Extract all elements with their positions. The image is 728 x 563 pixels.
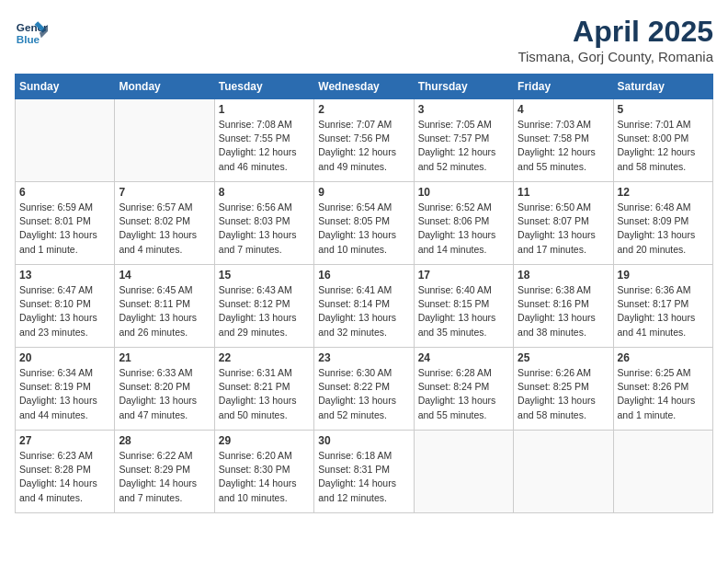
calendar-cell	[115, 99, 214, 182]
day-number: 12	[618, 186, 709, 199]
day-info: Sunrise: 6:25 AM Sunset: 8:26 PM Dayligh…	[618, 366, 709, 422]
day-number: 15	[219, 269, 310, 282]
calendar-cell: 11Sunrise: 6:50 AM Sunset: 8:07 PM Dayli…	[514, 182, 613, 265]
day-info: Sunrise: 6:28 AM Sunset: 8:24 PM Dayligh…	[418, 366, 509, 422]
weekday-header-row: SundayMondayTuesdayWednesdayThursdayFrid…	[16, 75, 713, 99]
calendar-cell: 25Sunrise: 6:26 AM Sunset: 8:25 PM Dayli…	[514, 348, 613, 431]
day-info: Sunrise: 6:20 AM Sunset: 8:30 PM Dayligh…	[219, 449, 310, 505]
weekday-header-saturday: Saturday	[613, 75, 712, 99]
day-info: Sunrise: 6:36 AM Sunset: 8:17 PM Dayligh…	[618, 283, 709, 339]
calendar-cell: 5Sunrise: 7:01 AM Sunset: 8:00 PM Daylig…	[613, 99, 712, 182]
logo-icon: General Blue	[15, 15, 48, 48]
calendar-cell: 13Sunrise: 6:47 AM Sunset: 8:10 PM Dayli…	[16, 265, 115, 348]
day-number: 14	[119, 269, 210, 282]
calendar-cell: 14Sunrise: 6:45 AM Sunset: 8:11 PM Dayli…	[115, 265, 214, 348]
calendar-cell: 27Sunrise: 6:23 AM Sunset: 8:28 PM Dayli…	[16, 431, 115, 513]
day-info: Sunrise: 6:59 AM Sunset: 8:01 PM Dayligh…	[19, 201, 110, 257]
day-number: 28	[119, 434, 210, 447]
day-number: 29	[219, 434, 310, 447]
day-number: 23	[318, 351, 409, 364]
day-number: 5	[618, 103, 709, 116]
calendar-cell: 16Sunrise: 6:41 AM Sunset: 8:14 PM Dayli…	[314, 265, 414, 348]
day-number: 26	[618, 351, 709, 364]
day-number: 9	[318, 186, 409, 199]
day-number: 2	[318, 103, 409, 116]
calendar-cell: 18Sunrise: 6:38 AM Sunset: 8:16 PM Dayli…	[514, 265, 613, 348]
day-info: Sunrise: 6:48 AM Sunset: 8:09 PM Dayligh…	[618, 201, 709, 257]
day-number: 11	[518, 186, 609, 199]
day-info: Sunrise: 6:50 AM Sunset: 8:07 PM Dayligh…	[518, 201, 609, 257]
day-number: 25	[518, 351, 609, 364]
day-info: Sunrise: 6:30 AM Sunset: 8:22 PM Dayligh…	[318, 366, 409, 422]
weekday-header-thursday: Thursday	[414, 75, 513, 99]
day-info: Sunrise: 7:03 AM Sunset: 7:58 PM Dayligh…	[518, 118, 609, 174]
calendar-cell: 28Sunrise: 6:22 AM Sunset: 8:29 PM Dayli…	[115, 431, 214, 513]
header: General Blue April 2025 Tismana, Gorj Co…	[15, 15, 713, 64]
day-info: Sunrise: 6:45 AM Sunset: 8:11 PM Dayligh…	[119, 283, 210, 339]
svg-text:Blue: Blue	[17, 33, 40, 45]
day-number: 18	[518, 269, 609, 282]
calendar-title: April 2025	[518, 15, 713, 49]
day-info: Sunrise: 6:54 AM Sunset: 8:05 PM Dayligh…	[318, 201, 409, 257]
calendar-cell: 3Sunrise: 7:05 AM Sunset: 7:57 PM Daylig…	[414, 99, 513, 182]
calendar-cell: 7Sunrise: 6:57 AM Sunset: 8:02 PM Daylig…	[115, 182, 214, 265]
day-info: Sunrise: 7:08 AM Sunset: 7:55 PM Dayligh…	[219, 118, 310, 174]
calendar-cell: 30Sunrise: 6:18 AM Sunset: 8:31 PM Dayli…	[314, 431, 414, 513]
calendar-cell	[613, 431, 712, 513]
weekday-header-sunday: Sunday	[16, 75, 115, 99]
day-number: 17	[418, 269, 509, 282]
day-number: 24	[418, 351, 509, 364]
calendar-cell: 15Sunrise: 6:43 AM Sunset: 8:12 PM Dayli…	[214, 265, 313, 348]
calendar-week-row: 13Sunrise: 6:47 AM Sunset: 8:10 PM Dayli…	[16, 265, 713, 348]
day-number: 16	[318, 269, 409, 282]
day-number: 30	[318, 434, 409, 447]
calendar-subtitle: Tismana, Gorj County, Romania	[518, 49, 713, 64]
day-info: Sunrise: 6:22 AM Sunset: 8:29 PM Dayligh…	[119, 449, 210, 505]
day-number: 21	[119, 351, 210, 364]
calendar-cell: 2Sunrise: 7:07 AM Sunset: 7:56 PM Daylig…	[314, 99, 414, 182]
weekday-header-friday: Friday	[514, 75, 613, 99]
calendar-cell: 6Sunrise: 6:59 AM Sunset: 8:01 PM Daylig…	[16, 182, 115, 265]
calendar-cell: 19Sunrise: 6:36 AM Sunset: 8:17 PM Dayli…	[613, 265, 712, 348]
day-info: Sunrise: 6:23 AM Sunset: 8:28 PM Dayligh…	[19, 449, 110, 505]
calendar-cell: 23Sunrise: 6:30 AM Sunset: 8:22 PM Dayli…	[314, 348, 414, 431]
calendar-table: SundayMondayTuesdayWednesdayThursdayFrid…	[15, 74, 713, 513]
day-info: Sunrise: 6:41 AM Sunset: 8:14 PM Dayligh…	[318, 283, 409, 339]
day-info: Sunrise: 6:56 AM Sunset: 8:03 PM Dayligh…	[219, 201, 310, 257]
day-number: 13	[19, 269, 110, 282]
calendar-cell: 21Sunrise: 6:33 AM Sunset: 8:20 PM Dayli…	[115, 348, 214, 431]
calendar-week-row: 20Sunrise: 6:34 AM Sunset: 8:19 PM Dayli…	[16, 348, 713, 431]
day-number: 27	[19, 434, 110, 447]
day-info: Sunrise: 6:34 AM Sunset: 8:19 PM Dayligh…	[19, 366, 110, 422]
day-number: 3	[418, 103, 509, 116]
day-info: Sunrise: 6:38 AM Sunset: 8:16 PM Dayligh…	[518, 283, 609, 339]
day-info: Sunrise: 7:07 AM Sunset: 7:56 PM Dayligh…	[318, 118, 409, 174]
weekday-header-wednesday: Wednesday	[314, 75, 414, 99]
calendar-cell: 9Sunrise: 6:54 AM Sunset: 8:05 PM Daylig…	[314, 182, 414, 265]
calendar-cell: 22Sunrise: 6:31 AM Sunset: 8:21 PM Dayli…	[214, 348, 313, 431]
calendar-week-row: 1Sunrise: 7:08 AM Sunset: 7:55 PM Daylig…	[16, 99, 713, 182]
day-info: Sunrise: 6:52 AM Sunset: 8:06 PM Dayligh…	[418, 201, 509, 257]
calendar-cell: 26Sunrise: 6:25 AM Sunset: 8:26 PM Dayli…	[613, 348, 712, 431]
calendar-cell: 8Sunrise: 6:56 AM Sunset: 8:03 PM Daylig…	[214, 182, 313, 265]
day-number: 7	[119, 186, 210, 199]
calendar-cell: 1Sunrise: 7:08 AM Sunset: 7:55 PM Daylig…	[214, 99, 313, 182]
calendar-week-row: 6Sunrise: 6:59 AM Sunset: 8:01 PM Daylig…	[16, 182, 713, 265]
calendar-cell: 4Sunrise: 7:03 AM Sunset: 7:58 PM Daylig…	[514, 99, 613, 182]
day-info: Sunrise: 6:18 AM Sunset: 8:31 PM Dayligh…	[318, 449, 409, 505]
day-info: Sunrise: 7:01 AM Sunset: 8:00 PM Dayligh…	[618, 118, 709, 174]
day-info: Sunrise: 6:43 AM Sunset: 8:12 PM Dayligh…	[219, 283, 310, 339]
calendar-cell	[16, 99, 115, 182]
weekday-header-monday: Monday	[115, 75, 214, 99]
day-info: Sunrise: 7:05 AM Sunset: 7:57 PM Dayligh…	[418, 118, 509, 174]
calendar-cell: 17Sunrise: 6:40 AM Sunset: 8:15 PM Dayli…	[414, 265, 513, 348]
day-number: 6	[19, 186, 110, 199]
day-number: 19	[618, 269, 709, 282]
logo: General Blue	[15, 15, 48, 48]
day-number: 8	[219, 186, 310, 199]
calendar-cell	[414, 431, 513, 513]
day-info: Sunrise: 6:40 AM Sunset: 8:15 PM Dayligh…	[418, 283, 509, 339]
day-info: Sunrise: 6:31 AM Sunset: 8:21 PM Dayligh…	[219, 366, 310, 422]
day-number: 10	[418, 186, 509, 199]
day-info: Sunrise: 6:47 AM Sunset: 8:10 PM Dayligh…	[19, 283, 110, 339]
